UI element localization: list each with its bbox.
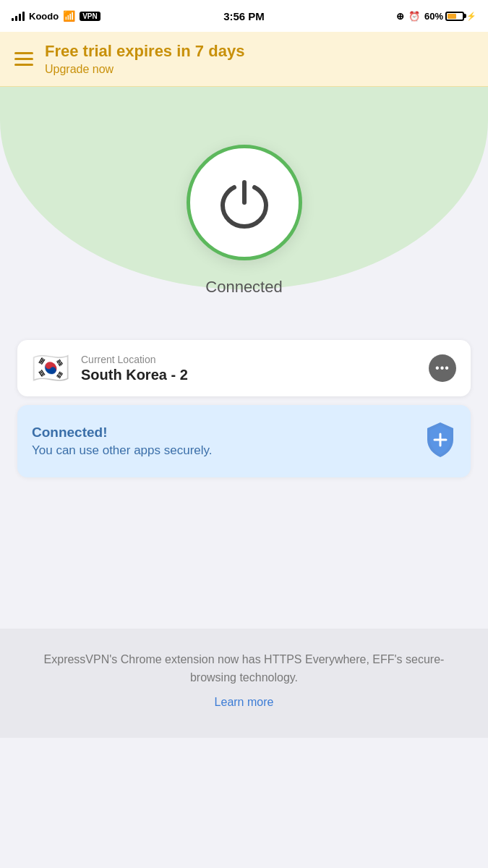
signal-bars-icon — [12, 11, 25, 21]
current-location-label: Current Location — [81, 354, 417, 365]
learn-more-link[interactable]: Learn more — [215, 696, 274, 708]
battery-fill — [448, 14, 456, 19]
connection-status-label: Connected — [205, 278, 282, 297]
bottom-banner: ExpressVPN's Chrome extension now has HT… — [0, 629, 488, 738]
wifi-icon: 📶 — [63, 10, 75, 22]
connected-banner-text-block: Connected! You can use other apps secure… — [32, 425, 413, 458]
country-flag-icon: 🇰🇷 — [32, 353, 69, 383]
trial-title: Free trial expires in 7 days — [45, 42, 244, 61]
more-dots-icon: ••• — [435, 362, 450, 374]
battery-percent-label: 60% — [424, 11, 443, 22]
power-section: Connected — [0, 87, 488, 297]
status-bar: Koodo 📶 VPN 3:56 PM ⊕ ⏰ 60% ⚡ — [0, 0, 488, 32]
power-toggle-button[interactable] — [187, 145, 302, 260]
location-more-button[interactable]: ••• — [429, 354, 456, 382]
location-card: 🇰🇷 Current Location South Korea - 2 ••• — [17, 340, 471, 396]
hamburger-line-2 — [14, 58, 33, 60]
shield-icon — [424, 421, 456, 461]
hamburger-menu-button[interactable] — [14, 52, 33, 66]
location-text-block: Current Location South Korea - 2 — [81, 354, 417, 383]
location-name: South Korea - 2 — [81, 367, 417, 383]
trial-text-block: Free trial expires in 7 days Upgrade now — [45, 42, 244, 76]
connected-banner-subtitle: You can use other apps securely. — [32, 443, 413, 458]
shield-svg — [424, 421, 456, 459]
power-icon — [215, 174, 273, 231]
hamburger-line-1 — [14, 52, 33, 54]
alarm-icon: ⏰ — [408, 11, 420, 22]
connected-banner-title: Connected! — [32, 425, 413, 441]
status-left: Koodo 📶 VPN — [12, 10, 100, 22]
trial-banner: Free trial expires in 7 days Upgrade now — [0, 32, 488, 87]
cards-section: 🇰🇷 Current Location South Korea - 2 ••• … — [0, 297, 488, 495]
location-arrow-icon: ⊕ — [396, 11, 404, 22]
main-content: Connected 🇰🇷 Current Location South Kore… — [0, 87, 488, 738]
carrier-label: Koodo — [29, 11, 59, 22]
upgrade-now-link[interactable]: Upgrade now — [45, 63, 244, 76]
status-time: 3:56 PM — [223, 10, 265, 22]
vpn-badge: VPN — [80, 12, 100, 21]
status-right: ⊕ ⏰ 60% ⚡ — [396, 11, 476, 22]
bottom-banner-text: ExpressVPN's Chrome extension now has HT… — [29, 650, 459, 687]
battery-indicator: 60% ⚡ — [424, 11, 476, 22]
connected-banner: Connected! You can use other apps secure… — [17, 405, 471, 477]
charging-bolt-icon: ⚡ — [466, 12, 476, 21]
hamburger-line-3 — [14, 64, 33, 66]
battery-icon — [445, 12, 464, 21]
